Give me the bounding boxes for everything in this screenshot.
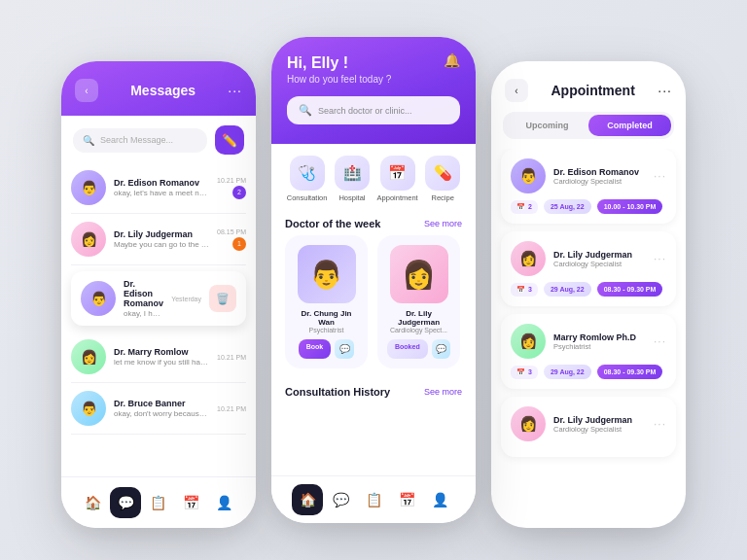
more-options-button[interactable]: ··· xyxy=(228,83,242,98)
nav-messages[interactable]: 💬 xyxy=(110,487,141,518)
doctor-name: Dr. Edison Romanov xyxy=(553,167,646,177)
more-options-button[interactable]: ··· xyxy=(658,83,672,98)
tab-upcoming[interactable]: Upcoming xyxy=(506,115,588,136)
message-preview: okay, don't worry because it's just... xyxy=(114,409,209,418)
category-hospital[interactable]: 🏥 Hospital xyxy=(335,156,370,202)
category-label: Recipe xyxy=(432,193,454,202)
card-more-button[interactable]: ··· xyxy=(654,334,666,348)
see-more-link[interactable]: See more xyxy=(424,219,462,228)
message-time: 10.21 PM xyxy=(217,354,246,361)
nav-calendar[interactable]: 📅 xyxy=(176,487,207,518)
conversations-list: 👨 Dr. Edison Romanov okay, let's have a … xyxy=(61,162,256,435)
nav-records[interactable]: 📋 xyxy=(358,484,389,515)
conversation-item[interactable]: 👩 Dr. Lily Judgerman Maybe you can go to… xyxy=(71,214,246,265)
messages-title: Messages xyxy=(98,83,228,98)
doctor-card: 👩 Dr. Lily Judgerman Cardiology Spect...… xyxy=(377,235,460,368)
notification-button[interactable]: 🔔 xyxy=(444,52,460,68)
appointment-card[interactable]: 👩 Marry Romlow Ph.D Psychiatrist ··· 📅 3… xyxy=(501,314,676,389)
nav-messages[interactable]: 💬 xyxy=(325,484,356,515)
appointment-date: 29 Aug, 22 xyxy=(544,365,591,379)
nav-records[interactable]: 📋 xyxy=(143,487,174,518)
conversation-item[interactable]: 👨 Dr. Bruce Banner okay, don't worry bec… xyxy=(71,383,246,435)
appointment-details: 📅 3 29 Aug, 22 08.30 - 09.30 PM xyxy=(511,282,666,297)
book-button[interactable]: Book xyxy=(299,339,332,359)
message-meta: 10.21 PM xyxy=(217,405,246,412)
doctor-avatar: 👨 xyxy=(298,245,356,303)
unread-badge: 2 xyxy=(232,186,246,199)
contact-name: Dr. Lily Judgerman xyxy=(114,229,209,239)
doctor-name: Marry Romlow Ph.D xyxy=(553,332,646,342)
appointment-card[interactable]: 👩 Dr. Lily Judgerman Cardiology Speciali… xyxy=(501,231,676,306)
contact-name: Dr. Edison Romanov xyxy=(114,178,209,188)
see-more-history-link[interactable]: See more xyxy=(424,387,462,397)
contact-name: Dr. Edison Romanov xyxy=(124,279,163,308)
appointment-title: Appointment xyxy=(528,83,658,98)
category-recipe[interactable]: 💊 Recipe xyxy=(425,156,460,202)
hospital-icon: 🏥 xyxy=(335,156,370,191)
section-title: Doctor of the week xyxy=(285,218,380,229)
doctor-actions: Book 💬 xyxy=(295,339,358,359)
conversation-item[interactable]: 👨 Dr. Edison Romanov okay, let's have a … xyxy=(71,162,246,214)
back-button[interactable]: ‹ xyxy=(505,79,528,102)
booked-button[interactable]: Booked xyxy=(387,339,428,359)
appointment-card-top: 👨 Dr. Edison Romanov Cardiology Speciali… xyxy=(511,158,666,193)
card-more-button[interactable]: ··· xyxy=(654,252,666,265)
appointment-time: 10.00 - 10.30 PM xyxy=(597,199,663,214)
delete-button[interactable]: 🗑️ xyxy=(209,285,236,312)
avatar: 👩 xyxy=(71,222,106,257)
tab-completed[interactable]: Completed xyxy=(588,115,671,136)
category-consultation[interactable]: 🩺 Consultation xyxy=(287,156,328,202)
doctor-specialty: Psychiatrist xyxy=(295,327,358,333)
doctor-specialty: Cardiology Specialist xyxy=(553,425,646,434)
avatar: 👨 xyxy=(71,170,106,205)
conversation-content: Dr. Bruce Banner okay, don't worry becau… xyxy=(114,399,209,418)
chat-button[interactable]: 💬 xyxy=(432,339,450,359)
swipe-conversation-item[interactable]: 👨 Dr. Edison Romanov okay, I hope you ge… xyxy=(71,271,246,326)
greeting-sub: How do you feel today ? xyxy=(287,74,460,85)
conversation-content: Dr. Lily Judgerman Maybe you can go to t… xyxy=(114,229,209,249)
conversation-item[interactable]: 👩 Dr. Marry Romlow let me know if you st… xyxy=(71,332,246,383)
doctor-avatar: 👩 xyxy=(511,406,546,441)
appointment-card-top: 👩 Dr. Lily Judgerman Cardiology Speciali… xyxy=(511,241,666,276)
main-search-box[interactable]: 🔍 Search doctor or clinic... xyxy=(287,96,460,124)
bottom-navigation: 🏠 💬 📋 📅 👤 xyxy=(61,476,256,528)
appointment-card[interactable]: 👨 Dr. Edison Romanov Cardiology Speciali… xyxy=(501,149,676,224)
search-area: 🔍 Search Message... ✏️ xyxy=(61,116,256,162)
message-time: 10.21 PM xyxy=(217,405,246,412)
main-screen: Hi, Elly ! How do you feel today ? 🔔 🔍 S… xyxy=(271,37,476,523)
message-meta: 08.15 PM 1 xyxy=(217,228,246,251)
doctor-avatar: 👩 xyxy=(511,241,546,276)
chat-button[interactable]: 💬 xyxy=(335,339,354,359)
card-more-button[interactable]: ··· xyxy=(654,417,666,431)
card-more-button[interactable]: ··· xyxy=(654,169,666,183)
back-button[interactable]: ‹ xyxy=(75,79,98,102)
compose-button[interactable]: ✏️ xyxy=(215,125,244,155)
nav-profile[interactable]: 👤 xyxy=(424,484,455,515)
appointment-screen: ‹ Appointment ··· Upcoming Completed 👨 D… xyxy=(491,61,686,528)
appointment-count-badge: 📅 3 xyxy=(511,283,538,297)
search-icon: 🔍 xyxy=(299,104,312,117)
main-bottom-navigation: 🏠 💬 📋 📅 👤 xyxy=(271,475,476,523)
message-preview: let me know if you still have the... xyxy=(114,358,209,367)
message-preview: okay, I hope you get better soon :) xyxy=(124,309,163,318)
doctor-name: Dr. Chung Jin Wan xyxy=(295,309,358,327)
nav-home[interactable]: 🏠 xyxy=(78,487,109,518)
search-box[interactable]: 🔍 Search Message... xyxy=(73,128,207,153)
nav-calendar[interactable]: 📅 xyxy=(391,484,422,515)
message-time: 08.15 PM xyxy=(217,228,246,235)
message-meta: 10.21 PM xyxy=(217,354,246,361)
message-preview: Maybe you can go to the nearest... xyxy=(114,240,209,249)
doctor-info: Marry Romlow Ph.D Psychiatrist xyxy=(553,332,646,351)
appointment-date: 29 Aug, 22 xyxy=(544,282,591,297)
message-preview: okay, let's have a meet now :) xyxy=(114,189,209,197)
contact-name: Dr. Bruce Banner xyxy=(114,399,209,408)
doctor-info: Dr. Lily Judgerman Cardiology Specialist xyxy=(553,415,646,434)
category-appointment[interactable]: 📅 Appointment xyxy=(377,156,418,202)
doctor-name: Dr. Lily Judgerman xyxy=(553,415,646,425)
nav-profile[interactable]: 👤 xyxy=(208,487,239,518)
doctor-avatar: 👩 xyxy=(511,324,546,359)
appointment-card[interactable]: 👩 Dr. Lily Judgerman Cardiology Speciali… xyxy=(501,397,676,457)
conversation-content: Dr. Marry Romlow let me know if you stil… xyxy=(114,347,209,367)
category-label: Hospital xyxy=(338,193,365,202)
nav-home[interactable]: 🏠 xyxy=(292,484,323,515)
